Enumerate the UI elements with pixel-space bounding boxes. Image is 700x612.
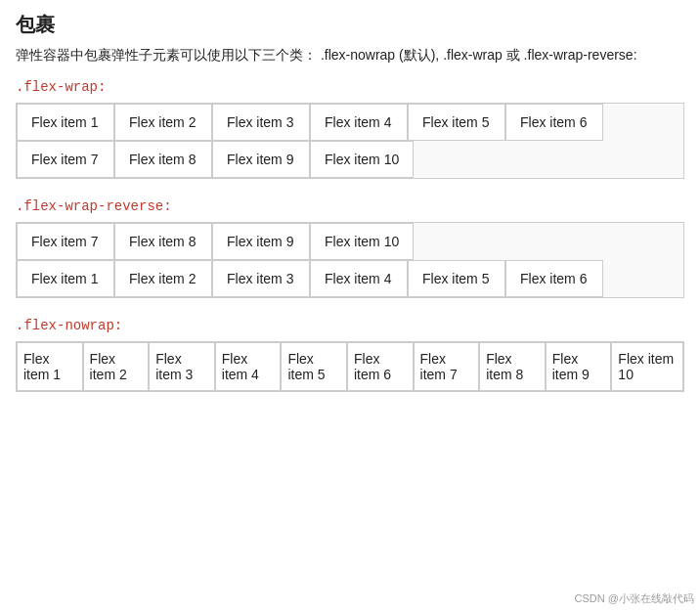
- flex-item: Flex item 10: [611, 342, 683, 391]
- flex-item: Flex item 3: [212, 104, 310, 141]
- section-label-flex-nowrap: .flex-nowrap:: [16, 318, 684, 333]
- flex-item: Flex item 6: [505, 104, 603, 141]
- flex-item: Flex item 3: [212, 260, 310, 297]
- flex-demo-flex-nowrap: Flex item 1Flex item 2Flex item 3Flex it…: [16, 341, 684, 392]
- flex-item: Flex item 9: [212, 223, 310, 260]
- flex-item: Flex item 10: [310, 141, 414, 178]
- section-flex-nowrap: .flex-nowrap:Flex item 1Flex item 2Flex …: [16, 318, 684, 392]
- section-label-flex-wrap-reverse: .flex-wrap-reverse:: [16, 198, 684, 214]
- flex-item: Flex item 9: [212, 141, 310, 178]
- flex-item: Flex item 1: [17, 260, 114, 297]
- flex-item: Flex item 6: [347, 342, 414, 391]
- flex-item: Flex item 7: [17, 223, 114, 260]
- flex-item: Flex item 1: [17, 104, 114, 141]
- flex-item: Flex item 6: [505, 260, 603, 297]
- flex-item: Flex item 5: [408, 260, 505, 297]
- flex-item: Flex item 4: [310, 104, 408, 141]
- flex-item: Flex item 7: [414, 342, 480, 391]
- flex-item: Flex item 2: [83, 342, 150, 391]
- flex-demo-flex-wrap: Flex item 1Flex item 2Flex item 3Flex it…: [16, 103, 684, 179]
- flex-item: Flex item 5: [281, 342, 347, 391]
- flex-item: Flex item 3: [149, 342, 215, 391]
- flex-item: Flex item 1: [17, 342, 83, 391]
- flex-item: Flex item 9: [546, 342, 612, 391]
- flex-item: Flex item 2: [114, 104, 212, 141]
- section-label-flex-wrap: .flex-wrap:: [16, 79, 684, 95]
- flex-demo-flex-wrap-reverse: Flex item 1Flex item 2Flex item 3Flex it…: [16, 222, 684, 298]
- page-description: 弹性容器中包裹弹性子元素可以使用以下三个类： .flex-nowrap (默认)…: [16, 44, 684, 66]
- flex-item: Flex item 8: [479, 342, 546, 391]
- section-flex-wrap: .flex-wrap:Flex item 1Flex item 2Flex it…: [16, 79, 684, 179]
- flex-item: Flex item 4: [310, 260, 408, 297]
- flex-item: Flex item 5: [408, 104, 505, 141]
- flex-item: Flex item 4: [215, 342, 282, 391]
- flex-item: Flex item 7: [17, 141, 114, 178]
- flex-item: Flex item 10: [310, 223, 414, 260]
- page-title: 包裹: [16, 12, 684, 38]
- section-flex-wrap-reverse: .flex-wrap-reverse:Flex item 1Flex item …: [16, 198, 684, 298]
- flex-item: Flex item 8: [114, 141, 212, 178]
- flex-item: Flex item 8: [114, 223, 212, 260]
- flex-item: Flex item 2: [114, 260, 212, 297]
